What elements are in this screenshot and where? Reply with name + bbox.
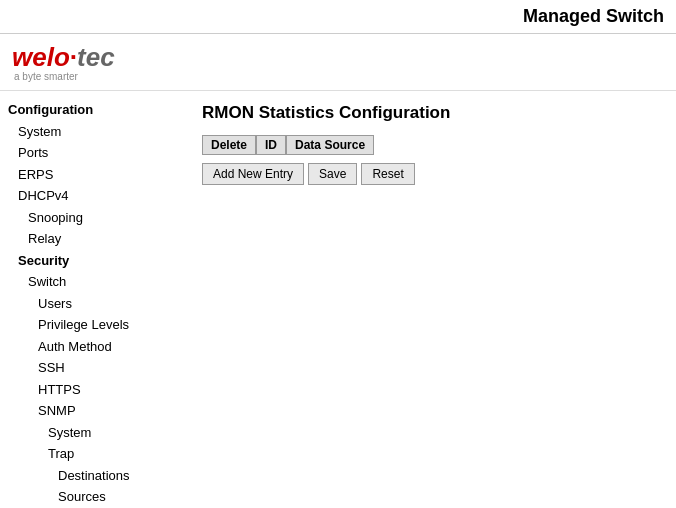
sidebar-item[interactable]: Users — [8, 293, 182, 315]
sidebar-item[interactable]: DHCPv4 — [8, 185, 182, 207]
sidebar-item[interactable]: HTTPS — [8, 379, 182, 401]
sidebar-item[interactable]: Ports — [8, 142, 182, 164]
sidebar-item[interactable]: Auth Method — [8, 336, 182, 358]
header: Managed Switch — [0, 0, 676, 34]
sidebar-item[interactable]: SSH — [8, 357, 182, 379]
sidebar-item[interactable]: Switch — [8, 271, 182, 293]
table-col-id[interactable]: ID — [256, 135, 286, 155]
sidebar-item[interactable]: System — [8, 121, 182, 143]
sidebar-item[interactable]: System — [8, 422, 182, 444]
add-new-entry-button[interactable]: Add New Entry — [202, 163, 304, 185]
reset-button[interactable]: Reset — [361, 163, 414, 185]
logo-welo-text: welo — [12, 42, 70, 73]
sidebar-item[interactable]: Trap — [8, 443, 182, 465]
sidebar-item[interactable]: SNMP — [8, 400, 182, 422]
sidebar-item[interactable]: ERPS — [8, 164, 182, 186]
action-buttons: Add New EntrySaveReset — [202, 163, 664, 185]
logo-tec-text: tec — [77, 42, 115, 73]
content-title: RMON Statistics Configuration — [202, 103, 664, 123]
sidebar-item[interactable]: Relay — [8, 228, 182, 250]
logo-container: welo·tec a byte smarter — [12, 42, 664, 82]
sidebar: ConfigurationSystemPortsERPSDHCPv4Snoopi… — [0, 99, 190, 508]
sidebar-item[interactable]: Snooping — [8, 207, 182, 229]
content-area: RMON Statistics Configuration DeleteIDDa… — [190, 99, 676, 508]
page-title: Managed Switch — [523, 6, 664, 27]
logo-tagline: a byte smarter — [14, 71, 664, 82]
table-col-data-source[interactable]: Data Source — [286, 135, 374, 155]
sidebar-item[interactable]: Security — [8, 250, 182, 272]
logo-bar: welo·tec a byte smarter — [0, 34, 676, 91]
logo-dot: · — [70, 42, 77, 73]
sidebar-item[interactable]: Privilege Levels — [8, 314, 182, 336]
logo-row: welo·tec — [12, 42, 664, 73]
main-layout: ConfigurationSystemPortsERPSDHCPv4Snoopi… — [0, 91, 676, 508]
save-button[interactable]: Save — [308, 163, 357, 185]
table-col-delete[interactable]: Delete — [202, 135, 256, 155]
rmon-table-header: DeleteIDData Source — [202, 135, 664, 155]
sidebar-item[interactable]: Sources — [8, 486, 182, 508]
sidebar-item[interactable]: Destinations — [8, 465, 182, 487]
sidebar-item[interactable]: Configuration — [8, 99, 182, 121]
